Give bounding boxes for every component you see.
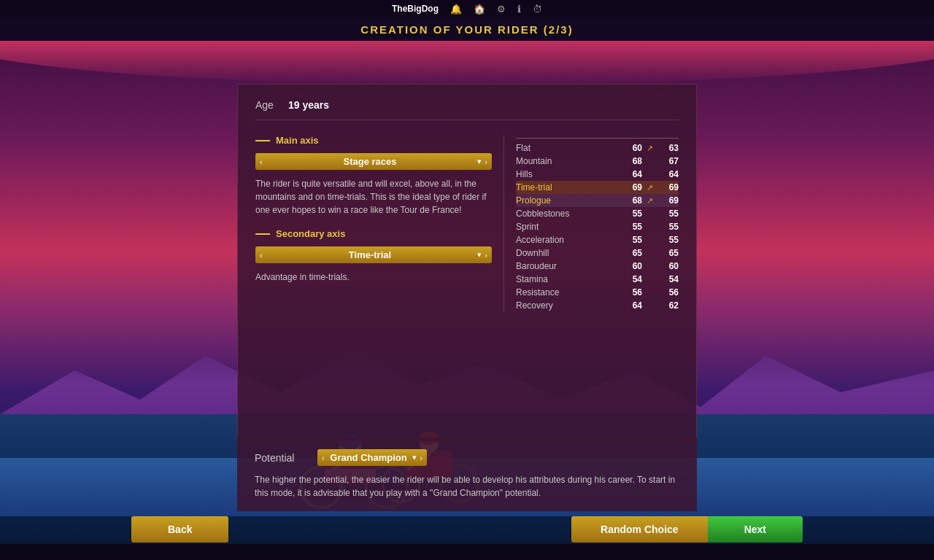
content-area: Main axis ‹ Stage races ▾ › The rider is…: [255, 135, 679, 312]
potential-next[interactable]: ›: [420, 454, 422, 462]
secondary-axis-value: Time-trial: [266, 249, 475, 260]
main-axis-title: Main axis: [276, 135, 319, 146]
next-button[interactable]: Next: [708, 516, 803, 542]
main-axis-selector[interactable]: ‹ Stage races ▾ ›: [255, 153, 492, 170]
secondary-axis-next[interactable]: ›: [485, 251, 487, 260]
main-axis-description: The rider is quite versatile and will ex…: [255, 177, 492, 217]
stat-val2: 55: [657, 222, 679, 232]
potential-dropdown-icon[interactable]: ▾: [412, 453, 417, 462]
potential-selector[interactable]: ‹ Grand Champion ▾ ›: [317, 449, 427, 466]
stat-val2: 69: [657, 182, 679, 192]
section-line: [255, 140, 270, 141]
secondary-axis-title: Secondary axis: [276, 228, 345, 239]
stat-val2: 56: [657, 287, 679, 298]
age-label: Age: [255, 99, 274, 111]
stat-name: Flat: [516, 143, 620, 153]
bottom-buttons: Back Random Choice Next: [0, 516, 934, 542]
stat-val2: 65: [657, 248, 679, 258]
username: TheBigDog: [392, 4, 439, 14]
back-button[interactable]: Back: [131, 516, 228, 542]
stat-name: Time-trial: [516, 182, 620, 192]
stat-row: Flat60↗63: [516, 141, 679, 155]
stat-val2: 62: [657, 300, 679, 311]
stat-val1: 55: [620, 209, 642, 219]
potential-description: The higher the potential, the easier the…: [255, 473, 679, 499]
stat-row: Mountain6867: [516, 155, 679, 168]
stat-val1: 60: [620, 261, 642, 271]
stat-name: Baroudeur: [516, 261, 620, 271]
stat-val1: 64: [620, 169, 642, 179]
stats-column: Flat60↗63Mountain6867Hills6464Time-trial…: [503, 135, 679, 312]
stat-val1: 68: [620, 156, 642, 166]
main-axis-value: Stage races: [266, 156, 475, 167]
main-axis-header: Main axis: [255, 135, 492, 146]
stat-name: Cobblestones: [516, 209, 620, 219]
secondary-axis-prev[interactable]: ‹: [260, 251, 263, 260]
stat-val2: 55: [657, 235, 679, 245]
stat-name: Prologue: [516, 195, 620, 206]
info-icon[interactable]: ℹ: [517, 4, 521, 15]
stat-val1: 60: [620, 143, 642, 153]
potential-value: Grand Champion: [328, 452, 410, 463]
section-line-2: [255, 233, 270, 235]
home-icon[interactable]: 🏠: [474, 4, 485, 15]
potential-row: Potential ‹ Grand Champion ▾ ›: [255, 449, 679, 466]
stat-val2: 63: [657, 143, 679, 153]
stat-trend-icon: ↗: [642, 144, 657, 153]
age-row: Age 19 years: [255, 99, 679, 120]
stat-name: Downhill: [516, 248, 620, 258]
right-buttons: Random Choice Next: [571, 516, 803, 542]
main-axis-prev[interactable]: ‹: [260, 158, 263, 166]
gear-icon[interactable]: ⚙: [497, 4, 506, 15]
main-panel: Age 19 years Main axis ‹ Stage races ▾ ›…: [237, 84, 697, 441]
stat-row: Stamina5454: [516, 273, 679, 286]
potential-prev[interactable]: ‹: [322, 454, 325, 462]
stat-val1: 68: [620, 195, 642, 206]
stat-row: Hills6464: [516, 168, 679, 181]
stat-row: Cobblestones5555: [516, 207, 679, 220]
stat-val2: 67: [657, 156, 679, 166]
stat-row: Acceleration5555: [516, 233, 679, 246]
potential-section: Potential ‹ Grand Champion ▾ › The highe…: [237, 438, 697, 511]
stat-val2: 55: [657, 209, 679, 219]
stat-row: Prologue68↗69: [516, 194, 679, 207]
stat-name: Sprint: [516, 222, 620, 232]
secondary-axis-description: Advantage in time-trials.: [255, 271, 492, 284]
page-title: CREATION OF YOUR RIDER (2/3): [360, 23, 573, 36]
stats-header: [516, 135, 679, 139]
main-axis-dropdown-icon[interactable]: ▾: [477, 157, 482, 166]
stat-val1: 65: [620, 248, 642, 258]
stat-trend-icon: ↗: [642, 183, 657, 192]
stat-val1: 55: [620, 222, 642, 232]
secondary-axis-selector[interactable]: ‹ Time-trial ▾ ›: [255, 246, 492, 263]
main-axis-next[interactable]: ›: [485, 158, 487, 166]
stat-val2: 60: [657, 261, 679, 271]
stat-val1: 69: [620, 182, 642, 192]
stat-val1: 54: [620, 274, 642, 284]
stat-trend-icon: ↗: [642, 196, 657, 206]
secondary-axis-header: Secondary axis: [255, 228, 492, 239]
stat-row: Time-trial69↗69: [516, 181, 679, 194]
notification-icon[interactable]: 🔔: [450, 4, 462, 15]
stat-name: Recovery: [516, 300, 620, 311]
taskbar: [0, 544, 934, 560]
title-bar: CREATION OF YOUR RIDER (2/3): [0, 18, 934, 41]
secondary-axis-dropdown-icon[interactable]: ▾: [477, 250, 482, 260]
stat-val1: 56: [620, 287, 642, 298]
stat-name: Hills: [516, 169, 620, 179]
timer-icon[interactable]: ⏱: [533, 4, 542, 15]
stat-row: Recovery6462: [516, 299, 679, 312]
stat-name: Stamina: [516, 274, 620, 284]
stat-row: Baroudeur6060: [516, 260, 679, 273]
stat-row: Downhill6565: [516, 246, 679, 260]
stat-row: Resistance5656: [516, 286, 679, 299]
left-column: Main axis ‹ Stage races ▾ › The rider is…: [255, 135, 503, 312]
stat-val2: 69: [657, 195, 679, 206]
stats-rows: Flat60↗63Mountain6867Hills6464Time-trial…: [516, 141, 679, 312]
random-choice-button[interactable]: Random Choice: [571, 516, 708, 542]
stat-name: Mountain: [516, 156, 620, 166]
stat-val2: 64: [657, 169, 679, 179]
stat-val2: 54: [657, 274, 679, 284]
age-value: 19 years: [288, 99, 329, 111]
potential-label: Potential: [255, 452, 306, 464]
